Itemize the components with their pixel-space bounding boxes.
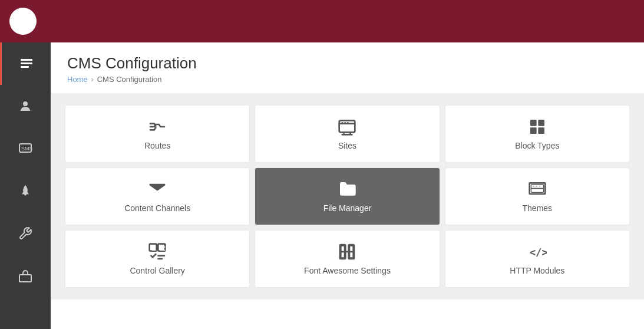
main-layout: SMS CMS Configuration Home › CMS Configu… <box>0 42 644 329</box>
card-control-gallery[interactable]: Control Gallery <box>65 230 250 288</box>
svg-rect-4 <box>21 62 32 64</box>
sidebar-item-rocket[interactable] <box>0 170 51 212</box>
grid-container: Routes Sites <box>51 93 644 300</box>
card-themes-label: Themes <box>523 203 553 213</box>
sidebar-item-wrench[interactable] <box>0 212 51 255</box>
svg-rect-13 <box>345 122 346 123</box>
card-http-modules-label: HTTP Modules <box>510 266 564 275</box>
svg-point-6 <box>23 101 28 106</box>
svg-rect-14 <box>347 122 349 123</box>
card-block-types[interactable]: Block Types <box>445 105 630 163</box>
content-area: CMS Configuration Home › CMS Configurati… <box>51 42 644 329</box>
cards-grid: Routes Sites <box>65 105 630 288</box>
card-content-channels-label: Content Channels <box>124 203 190 213</box>
svg-point-0 <box>21 15 26 21</box>
card-control-gallery-label: Control Gallery <box>130 266 184 275</box>
logo <box>9 8 37 35</box>
svg-rect-10 <box>19 275 31 282</box>
svg-rect-21 <box>538 127 544 134</box>
card-routes[interactable]: Routes <box>65 105 250 163</box>
sidebar-item-person[interactable] <box>0 85 51 127</box>
sidebar-item-sms[interactable]: SMS <box>0 127 51 170</box>
page-title: CMS Configuration <box>67 54 628 73</box>
page-header: CMS Configuration Home › CMS Configurati… <box>51 42 644 93</box>
svg-rect-19 <box>538 120 544 126</box>
svg-rect-20 <box>530 127 537 134</box>
card-block-types-label: Block Types <box>515 141 559 150</box>
card-routes-label: Routes <box>144 141 170 150</box>
svg-rect-12 <box>342 122 344 123</box>
card-http-modules[interactable]: </> HTTP Modules <box>445 230 630 288</box>
sidebar-item-content[interactable] <box>0 42 51 85</box>
svg-rect-18 <box>530 120 537 126</box>
svg-rect-2 <box>20 21 27 23</box>
card-sites[interactable]: Sites <box>255 105 440 163</box>
svg-text:SMS: SMS <box>21 146 32 152</box>
sidebar-item-toolbox[interactable] <box>0 255 51 297</box>
card-file-manager-label: File Manager <box>323 203 372 213</box>
sidebar: SMS <box>0 42 51 329</box>
svg-rect-3 <box>21 59 32 61</box>
svg-rect-11 <box>339 120 355 132</box>
breadcrumb-separator: › <box>91 75 94 84</box>
breadcrumb: Home › CMS Configuration <box>67 75 628 84</box>
card-font-awesome[interactable]: Font Awesome Settings <box>255 230 440 288</box>
svg-point-9 <box>25 189 27 190</box>
card-content-channels[interactable]: Content Channels <box>65 167 250 225</box>
svg-rect-5 <box>21 66 29 68</box>
breadcrumb-home-link[interactable]: Home <box>67 75 88 84</box>
card-file-manager[interactable]: File Manager <box>255 167 440 225</box>
card-sites-label: Sites <box>338 141 356 150</box>
svg-text:</>: </> <box>529 246 546 258</box>
top-bar <box>0 0 644 42</box>
card-font-awesome-label: Font Awesome Settings <box>304 266 391 275</box>
card-themes[interactable]: Themes <box>445 167 630 225</box>
breadcrumb-current: CMS Configuration <box>97 75 162 84</box>
